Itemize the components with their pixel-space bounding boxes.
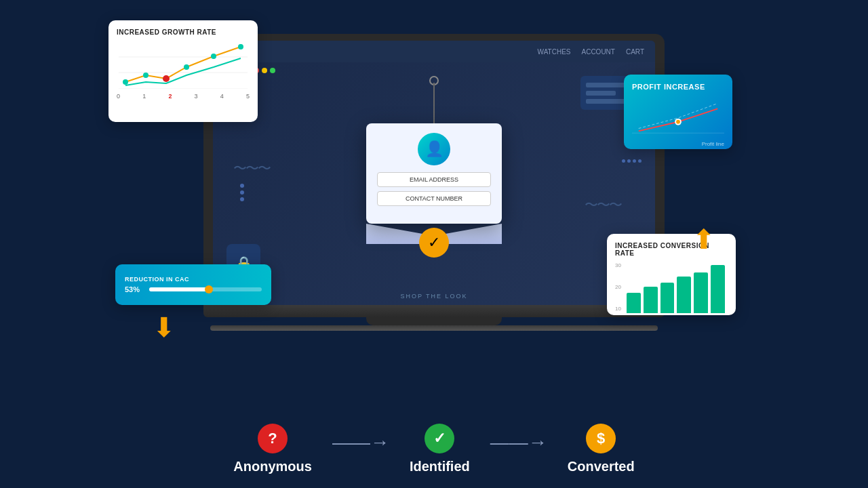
svg-point-8 (238, 44, 243, 49)
y-axis: 30 20 10 (615, 262, 624, 313)
anonymous-icon-symbol: ? (268, 430, 277, 447)
svg-point-11 (676, 120, 680, 124)
contact-field: CONTACT NUMBER (377, 191, 491, 206)
shop-text: SHOP THE LOOK (400, 293, 467, 300)
nav-link-watches: WATCHES (538, 48, 571, 56)
converted-label: Converted (568, 459, 635, 474)
svg-point-3 (123, 79, 128, 85)
bottom-item-converted: $ Converted (568, 424, 635, 474)
conversion-chart-wrapper: 30 20 10 (615, 262, 728, 313)
dot (622, 159, 625, 163)
svg-point-7 (211, 54, 216, 59)
cac-percentage: 53% (125, 285, 145, 293)
card-cac: REDUCTION IN CAC 53% (115, 264, 271, 305)
laptop-base (203, 305, 665, 317)
laptop-screen-inner: 🌿 LEAF WATCHES ACCOUNT CART (213, 41, 655, 305)
profit-chart-svg (632, 96, 724, 137)
conv-bar-1 (627, 293, 641, 313)
laptop-stand (366, 317, 502, 325)
card-profit: PROFIT INCREASE Profit line (624, 75, 732, 149)
conv-bar-5 (694, 272, 708, 313)
bottom-section: ? Anonymous ——→ ✓ Identified ——→ $ Conve… (0, 424, 868, 474)
screen-dots-right (622, 159, 642, 163)
y-label-10: 10 (615, 306, 621, 312)
y-label-30: 30 (615, 262, 621, 268)
dot (240, 184, 244, 188)
x-label-3: 3 (195, 93, 198, 100)
svg-point-5 (163, 75, 170, 82)
nav-links: WATCHES ACCOUNT CART (538, 48, 644, 56)
arrow-down-icon: ⬇ (153, 312, 176, 343)
identified-icon-symbol: ✓ (433, 430, 446, 447)
wavy-left: 〜〜〜 (233, 159, 270, 178)
converted-icon: $ (586, 424, 616, 453)
arrow-up-icon: ⬆ (692, 224, 715, 255)
conversion-chart (624, 262, 728, 313)
nav-link-cart: CART (626, 48, 644, 56)
growth-chart-area: 0 1 2 3 4 5 (117, 41, 250, 102)
conv-bar-3 (660, 283, 675, 313)
card-row-short (586, 91, 616, 96)
bottom-arrow-1: ——→ (332, 432, 389, 467)
screen-body: 〜〜〜 👤 EMAIL ADDRESS CONTACT NUMBER ✓ (213, 62, 655, 305)
dot-green (270, 68, 275, 73)
bottom-arrow-2: ——→ (490, 432, 547, 467)
anonymous-icon: ? (258, 424, 288, 453)
laptop: 🌿 LEAF WATCHES ACCOUNT CART (203, 34, 665, 331)
screen-dots-left (240, 184, 244, 201)
x-label-0: 0 (117, 93, 120, 100)
nav-link-account: ACCOUNT (582, 48, 615, 56)
bottom-item-identified: ✓ Identified (410, 424, 470, 474)
cac-fill (149, 287, 209, 291)
conv-bar-2 (644, 287, 658, 313)
avatar: 👤 (418, 133, 450, 165)
converted-icon-symbol: $ (597, 430, 605, 447)
profit-line-label: Profit line (632, 141, 724, 147)
svg-point-4 (143, 73, 149, 78)
hook-line (433, 83, 435, 123)
email-capture-wrapper: 👤 EMAIL ADDRESS CONTACT NUMBER ✓ (366, 123, 502, 244)
wavy-right: 〜〜〜 (585, 196, 621, 214)
dot (627, 159, 631, 163)
dot (633, 159, 636, 163)
checkmark-badge: ✓ (419, 228, 449, 258)
card-growth: INCREASED GROWTH RATE 0 1 2 3 4 5 (108, 20, 258, 122)
card-conversion: INCREASED CONVERSION RATE 30 20 10 (607, 234, 736, 315)
dot (240, 197, 244, 201)
conv-bar-6 (711, 265, 725, 313)
x-label-4: 4 (220, 93, 224, 100)
email-field: EMAIL ADDRESS (377, 172, 491, 187)
x-axis-labels: 0 1 2 3 4 5 (117, 93, 250, 100)
growth-chart-svg (117, 41, 250, 89)
screen-navbar: 🌿 LEAF WATCHES ACCOUNT CART (213, 41, 655, 62)
laptop-screen-outer: 🌿 LEAF WATCHES ACCOUNT CART (203, 34, 665, 305)
dot-yellow (262, 68, 267, 73)
identified-label: Identified (410, 459, 470, 474)
card-profit-title: PROFIT INCREASE (632, 83, 724, 91)
svg-point-6 (184, 64, 189, 70)
cac-track (149, 287, 262, 291)
cac-thumb (205, 285, 213, 293)
card-cac-title: REDUCTION IN CAC (125, 276, 262, 283)
laptop-foot (210, 325, 658, 331)
dot (638, 159, 642, 163)
conv-bar-4 (677, 277, 691, 313)
identified-icon: ✓ (425, 424, 454, 453)
card-growth-title: INCREASED GROWTH RATE (117, 28, 250, 36)
email-capture-card: 👤 EMAIL ADDRESS CONTACT NUMBER (366, 123, 502, 224)
dot (240, 190, 244, 195)
cac-slider-row: 53% (125, 285, 262, 293)
x-label-2: 2 (168, 93, 172, 100)
x-label-5: 5 (246, 93, 250, 100)
x-label-1: 1 (142, 93, 146, 100)
bottom-item-anonymous: ? Anonymous (233, 424, 312, 474)
y-label-20: 20 (615, 284, 621, 290)
anonymous-label: Anonymous (233, 459, 312, 474)
